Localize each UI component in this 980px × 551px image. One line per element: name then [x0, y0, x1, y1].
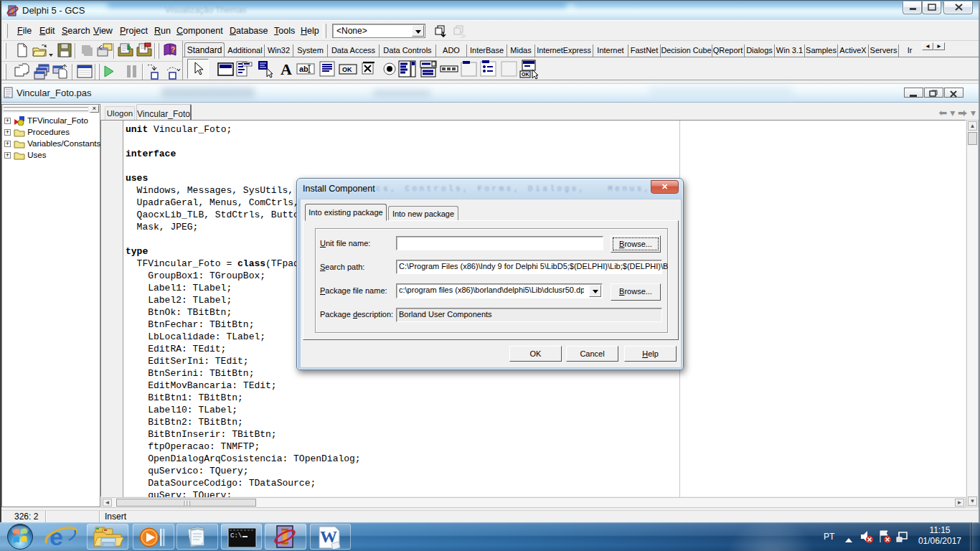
- svg-text:?: ?: [171, 46, 175, 54]
- svg-text:OK: OK: [522, 72, 529, 77]
- svg-text:A: A: [281, 60, 292, 78]
- svg-text:OK: OK: [342, 66, 352, 73]
- svg-text:C:\: C:\: [230, 532, 242, 540]
- svg-text:ab: ab: [299, 65, 308, 73]
